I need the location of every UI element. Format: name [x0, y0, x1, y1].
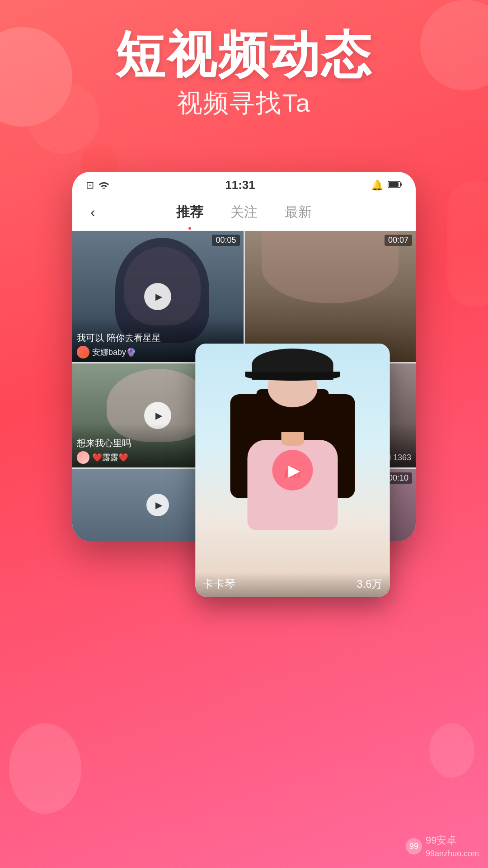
screen-record-icon: ⊡	[86, 179, 94, 191]
bottom-blob-2	[429, 723, 474, 778]
tab-latest[interactable]: 最新	[285, 201, 312, 223]
floating-views: 3.6万	[357, 577, 382, 591]
svg-rect-2	[389, 182, 399, 187]
video-card-2[interactable]: 00:07	[245, 231, 416, 362]
site-name: 99安卓 99anzhuo.com	[426, 834, 479, 859]
status-right: 🔔	[371, 179, 402, 191]
author-avatar-1	[77, 346, 89, 359]
bg-blob-5	[447, 181, 488, 307]
play-button-1[interactable]	[144, 283, 171, 310]
status-time: 11:31	[225, 178, 255, 192]
tab-recommended[interactable]: 推荐	[176, 201, 203, 223]
video-card-1[interactable]: ♪ 1995628. 00:05 我可以 陪你去看星星 安娜baby🔮	[72, 231, 244, 362]
battery-icon	[388, 179, 402, 191]
floating-play-button[interactable]	[272, 450, 313, 491]
floating-footer: 卡卡琴 3.6万	[196, 572, 390, 597]
site-logo: 99	[406, 838, 422, 854]
back-button[interactable]: ‹	[90, 204, 95, 221]
play-button-5[interactable]	[146, 494, 169, 516]
duration-2: 00:07	[385, 235, 412, 246]
nav-bar: ‹ 推荐 关注 最新	[72, 196, 416, 231]
status-bar: ⊡ 11:31 🔔	[72, 172, 416, 196]
floating-author: 卡卡琴	[203, 577, 235, 591]
duration-1: 00:05	[212, 235, 239, 246]
bottom-blob-1	[9, 723, 81, 814]
sub-title: 视频寻找Ta	[0, 86, 488, 121]
nav-tabs: 推荐 关注 最新	[176, 201, 312, 223]
svg-rect-1	[400, 183, 402, 186]
site-watermark: 99 99安卓 99anzhuo.com	[406, 834, 479, 859]
bell-icon: 🔔	[371, 179, 383, 191]
status-left: ⊡	[86, 179, 109, 191]
video-author-3: ❤️露露❤️	[77, 451, 128, 464]
author-avatar-3	[77, 451, 89, 464]
wifi-icon	[99, 179, 109, 191]
video-author-1: 安娜baby🔮	[77, 346, 136, 359]
main-title: 短视频动态	[0, 27, 488, 82]
header-area: 短视频动态 视频寻找Ta	[0, 27, 488, 121]
floating-video-card[interactable]: Rit 卡卡琴 3.6万	[196, 344, 390, 597]
tab-following[interactable]: 关注	[230, 201, 258, 223]
video-title-1: 我可以 陪你去看星星	[77, 332, 239, 344]
